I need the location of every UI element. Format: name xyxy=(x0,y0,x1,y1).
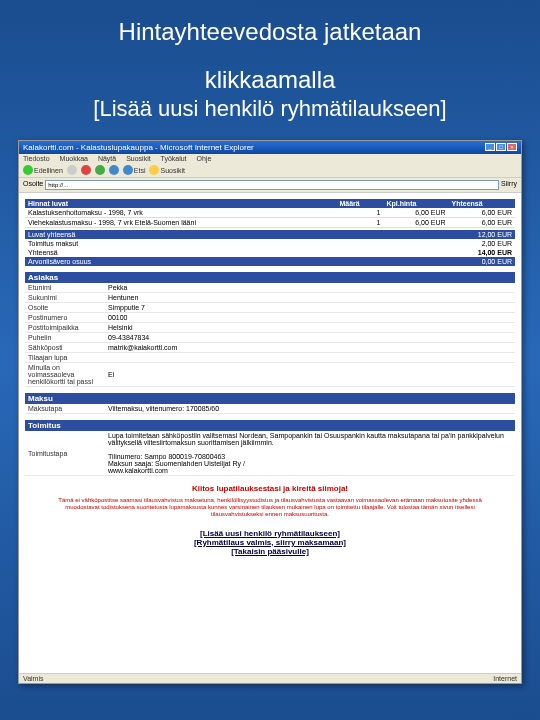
slide-title-line2: klikkaamalla xyxy=(0,48,540,96)
customer-table: EtunimiPekka SukunimiHentunen OsoiteSimp… xyxy=(25,283,515,387)
refresh-icon xyxy=(95,165,105,175)
subtotal-value: 12,00 EUR xyxy=(455,230,515,239)
go-button[interactable]: Siirry xyxy=(501,180,517,190)
forward-button[interactable] xyxy=(67,165,77,175)
favorites-button[interactable]: Suosikit xyxy=(149,165,185,175)
vat-value: 0,00 EUR xyxy=(455,257,515,266)
menubar: Tiedosto Muokkaa Näytä Suosikit Työkalut… xyxy=(19,154,521,163)
actions: [Lisää uusi henkilö ryhmätilaukseen] [Ry… xyxy=(25,529,515,556)
star-icon xyxy=(149,165,159,175)
section-customer: Asiakas xyxy=(25,272,515,283)
menu-tools[interactable]: Työkalut xyxy=(161,155,187,162)
section-payment: Maksu xyxy=(25,393,515,404)
menu-view[interactable]: Näytä xyxy=(98,155,116,162)
col-qty: Määrä xyxy=(336,199,383,208)
address-bar: Osoite Siirry xyxy=(19,178,521,193)
subtotal-label: Luvat yhteensä xyxy=(25,230,455,239)
home-button[interactable] xyxy=(109,165,119,175)
col-name: Hinnat luvat xyxy=(25,199,336,208)
address-input[interactable] xyxy=(45,180,499,190)
shipping-label: Toimitus maksut xyxy=(25,239,455,248)
price-table: Hinnat luvat Määrä Kpl.hinta Yhteensä Ka… xyxy=(25,199,515,228)
toolbar: Edellinen Etsi Suosikit xyxy=(19,163,521,178)
search-icon xyxy=(123,165,133,175)
home-icon xyxy=(109,165,119,175)
thanks-message: Kiitos lupatilauksestasi ja kireitä siim… xyxy=(25,484,515,493)
minimize-button[interactable]: _ xyxy=(485,143,495,151)
menu-file[interactable]: Tiedosto xyxy=(23,155,50,162)
page-content: Hinnat luvat Määrä Kpl.hinta Yhteensä Ka… xyxy=(19,193,521,673)
menu-edit[interactable]: Muokkaa xyxy=(60,155,88,162)
delivery-table: ToimitustapaLupa toimitetaan sähköpostii… xyxy=(25,431,515,476)
search-button[interactable]: Etsi xyxy=(123,165,146,175)
vat-label: Arvonlisävero osuus xyxy=(25,257,455,266)
totals: Luvat yhteensä12,00 EUR Toimitus maksut2… xyxy=(25,230,515,266)
link-back-main[interactable]: [Takaisin pääsivulle] xyxy=(25,547,515,556)
stop-icon xyxy=(81,165,91,175)
address-label: Osoite xyxy=(23,180,43,190)
link-proceed-payment[interactable]: [Ryhmätilaus valmis, siirry maksamaan] xyxy=(25,538,515,547)
menu-favorites[interactable]: Suosikit xyxy=(126,155,151,162)
total-label: Yhteensä xyxy=(25,248,455,257)
section-delivery: Toimitus xyxy=(25,420,515,431)
slide-title-line1: Hintayhteevedosta jatketaan xyxy=(0,0,540,48)
zone-text: Internet xyxy=(493,675,517,682)
titlebar: Kalakortti.com - Kalastuslupakauppa - Mi… xyxy=(19,141,521,154)
maximize-button[interactable]: □ xyxy=(496,143,506,151)
status-bar: Valmis Internet xyxy=(19,673,521,683)
total-value: 14,00 EUR xyxy=(455,248,515,257)
refresh-button[interactable] xyxy=(95,165,105,175)
link-add-person[interactable]: [Lisää uusi henkilö ryhmätilaukseen] xyxy=(25,529,515,538)
slide-subtitle: [Lisää uusi henkilö ryhmätilaukseen] xyxy=(0,96,540,130)
stop-button[interactable] xyxy=(81,165,91,175)
status-text: Valmis xyxy=(23,675,43,682)
back-icon xyxy=(23,165,33,175)
window-title: Kalakortti.com - Kalastuslupakauppa - Mi… xyxy=(23,143,254,152)
back-button[interactable]: Edellinen xyxy=(23,165,63,175)
menu-help[interactable]: Ohje xyxy=(197,155,212,162)
table-row: Viehekalastusmaksu - 1998, 7 vrk Etelä-S… xyxy=(25,218,515,228)
col-unit: Kpl.hinta xyxy=(383,199,448,208)
table-row: Kalastuksenhoitomaksu - 1998, 7 vrk 1 6,… xyxy=(25,208,515,218)
close-button[interactable]: × xyxy=(507,143,517,151)
forward-icon xyxy=(67,165,77,175)
note-text: Tämä ei vähköpostitse saamasi tilausvahv… xyxy=(25,493,515,523)
payment-table: MaksutapaViitemaksu, viitenumero: 170085… xyxy=(25,404,515,414)
col-total: Yhteensä xyxy=(449,199,515,208)
shipping-value: 2,00 EUR xyxy=(455,239,515,248)
browser-window: Kalakortti.com - Kalastuslupakauppa - Mi… xyxy=(18,140,522,684)
